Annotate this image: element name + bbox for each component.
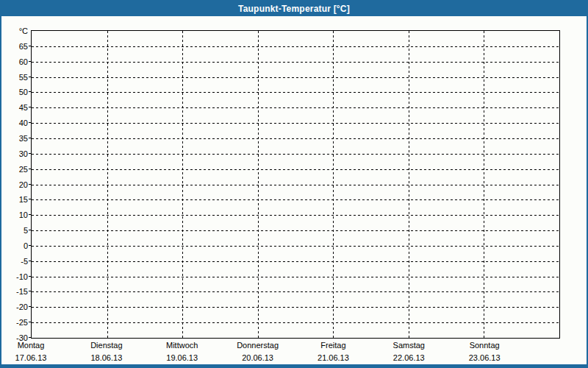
v-gridline <box>333 31 334 338</box>
y-axis-tick-label: 45 <box>19 103 28 112</box>
x-axis-date: 18.06.13 <box>90 353 122 362</box>
y-axis-tick <box>29 261 32 261</box>
x-axis-day-name: Samstag <box>393 341 425 350</box>
h-gridline <box>32 230 559 231</box>
h-gridline <box>32 46 559 47</box>
y-axis-tick <box>29 184 32 185</box>
y-axis-tick-label: 50 <box>19 88 28 96</box>
y-axis-tick-label: 5 <box>24 226 28 235</box>
y-axis-tick <box>29 169 32 169</box>
y-axis-tick-label: 15 <box>19 195 28 204</box>
y-axis-tick <box>29 61 32 62</box>
v-gridline <box>484 31 484 338</box>
y-axis-tick <box>29 153 32 154</box>
x-axis-category-label: Freitag21.06.13 <box>318 341 349 362</box>
y-axis-tick-label: 55 <box>19 73 28 82</box>
y-axis-tick-label: 60 <box>19 57 28 66</box>
v-gridline <box>107 31 108 338</box>
h-gridline <box>32 107 559 108</box>
h-gridline <box>32 77 559 78</box>
y-axis-tick-label: 40 <box>19 118 28 127</box>
x-axis-category-label: Samstag22.06.13 <box>393 341 425 362</box>
y-axis-tick <box>29 245 32 246</box>
y-axis-tick-label: 25 <box>19 165 28 174</box>
y-axis-tick-label: -20 <box>16 302 28 311</box>
v-gridline <box>409 31 409 338</box>
y-axis-tick <box>29 322 32 322</box>
title-bar: Taupunkt-Temperatur [°C] <box>1 1 587 16</box>
y-axis-tick-label: 35 <box>19 134 28 143</box>
y-axis-tick-label: 30 <box>19 149 28 158</box>
x-axis-date: 21.06.13 <box>318 353 349 362</box>
x-axis-labels: Montag17.06.13Dienstag18.06.13Mittwoch19… <box>31 341 560 364</box>
x-axis-day-name: Donnerstag <box>237 341 279 350</box>
y-axis-tick-label: 10 <box>19 210 28 219</box>
h-gridline <box>32 154 559 155</box>
h-gridline <box>32 322 559 323</box>
y-axis-tick <box>29 276 32 277</box>
v-gridline <box>182 31 183 338</box>
x-axis-category-label: Dienstag18.06.13 <box>90 341 122 362</box>
x-axis-day-name: Mittwoch <box>166 341 198 350</box>
y-axis-tick <box>29 306 32 307</box>
y-axis-tick <box>29 199 32 199</box>
h-gridline <box>32 199 559 200</box>
y-axis-tick-label: -25 <box>16 318 28 327</box>
y-axis-unit-label: °C <box>19 26 28 35</box>
y-axis-tick <box>29 291 32 291</box>
y-axis-tick-label: -15 <box>16 287 28 296</box>
y-axis-tick <box>29 214 32 215</box>
plot-area: °C 65605550454035302520151050-5-10-15-20… <box>31 30 560 339</box>
x-axis-date: 23.06.13 <box>469 353 501 362</box>
chart-canvas: °C 65605550454035302520151050-5-10-15-20… <box>1 16 587 364</box>
chart-window: Taupunkt-Temperatur [°C] °C 656055504540… <box>0 0 588 368</box>
y-axis-tick-label: 20 <box>19 180 28 189</box>
y-axis-tick-label: -10 <box>16 272 28 281</box>
h-gridline <box>32 261 559 262</box>
h-gridline <box>32 291 559 292</box>
y-axis-tick-label: 0 <box>24 241 28 250</box>
window-title: Taupunkt-Temperatur [°C] <box>238 4 350 14</box>
x-axis-day-name: Montag <box>15 341 47 350</box>
x-axis-day-name: Dienstag <box>90 341 122 350</box>
x-axis-category-label: Montag17.06.13 <box>15 341 47 362</box>
h-gridline <box>32 246 559 247</box>
x-axis-day-name: Freitag <box>318 341 349 350</box>
y-axis-tick <box>29 122 32 123</box>
x-axis-category-label: Donnerstag20.06.13 <box>237 341 279 362</box>
y-axis-tick <box>29 337 32 338</box>
y-axis-tick <box>29 77 32 77</box>
x-axis-date: 17.06.13 <box>15 353 47 362</box>
y-axis-tick <box>29 91 32 92</box>
h-gridline <box>32 277 559 277</box>
x-axis-date: 19.06.13 <box>166 353 198 362</box>
h-gridline <box>32 169 559 170</box>
y-axis-tick <box>29 46 32 46</box>
h-gridline <box>32 307 559 308</box>
h-gridline <box>32 215 559 216</box>
h-gridline <box>32 138 559 139</box>
y-axis-tick <box>29 138 32 138</box>
h-gridline <box>32 185 559 185</box>
h-gridline <box>32 92 559 93</box>
h-gridline <box>32 123 559 124</box>
v-gridline <box>258 31 259 338</box>
x-axis-date: 22.06.13 <box>393 353 425 362</box>
x-axis-date: 20.06.13 <box>237 353 279 362</box>
y-axis-tick-label: 65 <box>19 42 28 51</box>
x-axis-category-label: Sonntag23.06.13 <box>469 341 501 362</box>
x-axis-category-label: Mittwoch19.06.13 <box>166 341 198 362</box>
y-axis-tick <box>29 230 32 230</box>
x-axis-day-name: Sonntag <box>469 341 501 350</box>
y-axis-tick <box>29 107 32 107</box>
h-gridline <box>32 62 559 63</box>
y-axis-tick-label: -5 <box>21 257 28 266</box>
